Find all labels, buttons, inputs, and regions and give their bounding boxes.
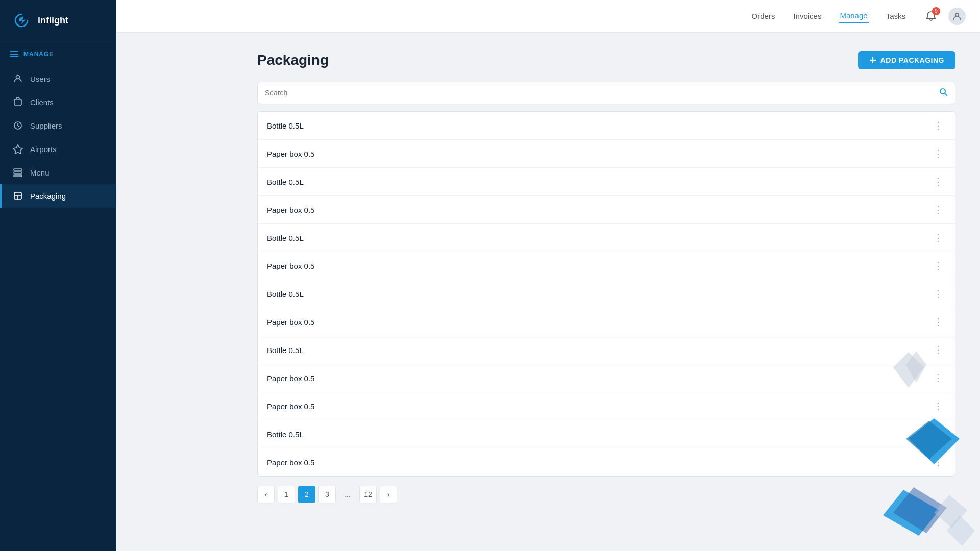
app-name: inflight [38, 15, 68, 26]
pagination: ‹123...12› [257, 486, 955, 503]
svg-point-11 [940, 89, 945, 94]
svg-rect-7 [14, 192, 21, 199]
topnav-right: 9 [923, 8, 966, 25]
notification-button[interactable]: 9 [923, 8, 939, 24]
pagination-next[interactable]: › [380, 486, 397, 503]
manage-label: MANAGE [23, 51, 54, 58]
packaging-list-item: Paper box 0.5 ⋮ [258, 252, 955, 280]
logo-area: inflight [0, 0, 116, 41]
sidebar-item-menu[interactable]: Menu [0, 161, 116, 184]
sidebar-item-label: Airports [30, 145, 57, 154]
page-header: Packaging ADD PACKAGING [257, 51, 955, 69]
packaging-list-item: Bottle 0.5L ⋮ [258, 224, 955, 252]
hamburger-icon[interactable] [10, 51, 18, 57]
packaging-list-item: Paper box 0.5 ⋮ [258, 392, 955, 420]
suppliers-icon [13, 120, 23, 131]
sidebar-item-packaging[interactable]: Packaging [0, 184, 116, 208]
user-icon [952, 12, 962, 21]
packaging-item-name: Bottle 0.5L [267, 178, 304, 186]
users-icon [13, 73, 23, 84]
svg-point-8 [955, 13, 959, 16]
search-button[interactable] [939, 87, 948, 98]
pagination-page-3[interactable]: 3 [318, 486, 336, 503]
sidebar-item-users[interactable]: Users [0, 67, 116, 90]
sidebar-item-label: Packaging [30, 192, 66, 201]
sidebar-nav: Users Clients Suppliers [0, 63, 116, 212]
nav-manage[interactable]: Manage [839, 9, 868, 23]
item-more-button[interactable]: ⋮ [930, 456, 946, 469]
pagination-ellipsis: ... [339, 486, 356, 503]
packaging-item-name: Paper box 0.5 [267, 374, 314, 383]
pagination-page-1[interactable]: 1 [278, 486, 295, 503]
packaging-icon [13, 191, 23, 201]
pagination-page-12[interactable]: 12 [359, 486, 377, 503]
sidebar: inflight MANAGE Users [0, 0, 116, 551]
pagination-page-2[interactable]: 2 [298, 486, 315, 503]
svg-rect-2 [14, 99, 21, 105]
packaging-list-item: Bottle 0.5L ⋮ [258, 112, 955, 140]
plus-icon [869, 57, 876, 64]
app-logo-icon [10, 9, 33, 32]
nav-tasks[interactable]: Tasks [885, 10, 906, 22]
user-avatar-button[interactable] [948, 8, 966, 25]
menu-icon [13, 167, 23, 178]
sidebar-item-label: Menu [30, 168, 50, 177]
item-more-button[interactable]: ⋮ [930, 371, 946, 385]
packaging-list-item: Paper box 0.5 ⋮ [258, 140, 955, 168]
item-more-button[interactable]: ⋮ [930, 343, 946, 357]
packaging-list-item: Paper box 0.5 ⋮ [258, 364, 955, 392]
item-more-button[interactable]: ⋮ [930, 147, 946, 160]
sidebar-item-label: Suppliers [30, 121, 62, 130]
packaging-list-item: Bottle 0.5L ⋮ [258, 280, 955, 308]
sidebar-item-airports[interactable]: Airports [0, 137, 116, 161]
item-more-button[interactable]: ⋮ [930, 231, 946, 244]
svg-rect-5 [14, 172, 22, 173]
add-button-label: ADD PACKAGING [880, 56, 944, 64]
sidebar-item-clients[interactable]: Clients [0, 90, 116, 114]
sidebar-section-header: MANAGE [0, 41, 116, 63]
main-content: Packaging ADD PACKAGING Bottle 0.5L ⋮ Pa… [233, 33, 980, 551]
top-navigation: Orders Invoices Manage Tasks 9 [116, 0, 980, 33]
svg-rect-4 [14, 169, 22, 170]
item-more-button[interactable]: ⋮ [930, 287, 946, 300]
pagination-prev[interactable]: ‹ [257, 486, 275, 503]
page-title: Packaging [257, 52, 329, 68]
sidebar-item-label: Users [30, 74, 50, 83]
packaging-item-name: Bottle 0.5L [267, 430, 304, 439]
item-more-button[interactable]: ⋮ [930, 203, 946, 216]
nav-orders[interactable]: Orders [751, 10, 776, 22]
search-input[interactable] [265, 89, 935, 97]
packaging-item-name: Paper box 0.5 [267, 402, 314, 411]
item-more-button[interactable]: ⋮ [930, 259, 946, 272]
packaging-item-name: Bottle 0.5L [267, 121, 304, 130]
item-more-button[interactable]: ⋮ [930, 399, 946, 413]
svg-line-12 [945, 93, 947, 96]
packaging-item-name: Paper box 0.5 [267, 206, 314, 214]
item-more-button[interactable]: ⋮ [930, 119, 946, 132]
packaging-list-item: Bottle 0.5L ⋮ [258, 336, 955, 364]
item-more-button[interactable]: ⋮ [930, 428, 946, 441]
packaging-list: Bottle 0.5L ⋮ Paper box 0.5 ⋮ Bottle 0.5… [257, 111, 955, 477]
packaging-list-item: Bottle 0.5L ⋮ [258, 420, 955, 448]
item-more-button[interactable]: ⋮ [930, 175, 946, 188]
sidebar-item-label: Clients [30, 98, 54, 107]
clients-icon [13, 97, 23, 107]
nav-invoices[interactable]: Invoices [792, 10, 822, 22]
packaging-item-name: Paper box 0.5 [267, 149, 314, 158]
packaging-list-item: Paper box 0.5 ⋮ [258, 196, 955, 224]
packaging-item-name: Bottle 0.5L [267, 346, 304, 355]
sidebar-item-suppliers[interactable]: Suppliers [0, 114, 116, 137]
notification-badge: 9 [932, 7, 940, 15]
packaging-item-name: Paper box 0.5 [267, 458, 314, 467]
search-icon [939, 87, 948, 96]
packaging-item-name: Bottle 0.5L [267, 234, 304, 242]
packaging-list-item: Paper box 0.5 ⋮ [258, 448, 955, 476]
svg-rect-6 [14, 175, 22, 177]
packaging-list-item: Bottle 0.5L ⋮ [258, 168, 955, 196]
packaging-item-name: Paper box 0.5 [267, 262, 314, 270]
search-bar [257, 82, 955, 104]
item-more-button[interactable]: ⋮ [930, 315, 946, 329]
packaging-item-name: Paper box 0.5 [267, 318, 314, 327]
add-packaging-button[interactable]: ADD PACKAGING [858, 51, 955, 69]
packaging-item-name: Bottle 0.5L [267, 290, 304, 298]
